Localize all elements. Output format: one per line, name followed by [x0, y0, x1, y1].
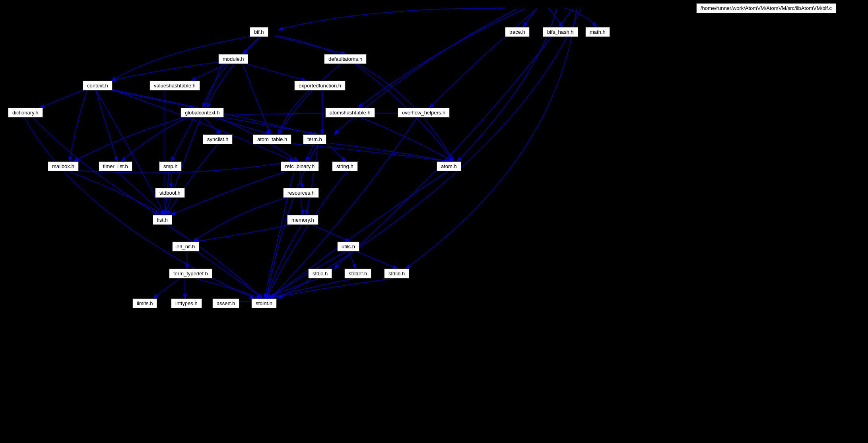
node-inttypes-h: inttypes.h [171, 298, 202, 308]
node-utils-h: utils.h [337, 242, 359, 251]
node-trace-h: trace.h [505, 27, 530, 37]
node-memory-h: memory.h [287, 215, 318, 225]
node-math-h: math.h [585, 27, 610, 37]
node-stdint-h: stdint.h [251, 298, 277, 308]
node-defaultatoms-h: defaultatoms.h [324, 54, 367, 64]
node-bifs-hash-h: bifs_hash.h [543, 27, 578, 37]
node-string-h: string.h [332, 161, 358, 171]
node-list-h: list.h [153, 215, 172, 225]
node-context-h: context.h [83, 81, 113, 91]
node-stddef-h: stddef.h [344, 269, 371, 279]
node-mailbox-h: mailbox.h [48, 161, 79, 171]
node-dictionary-h: dictionary.h [8, 108, 43, 118]
node-erl-nif-h: erl_nif.h [172, 242, 199, 251]
node-overflow-helpers-h: overflow_helpers.h [398, 108, 450, 118]
node-globalcontext-h: globalcontext.h [181, 108, 224, 118]
node-valueshashtable-h: valueshashtable.h [150, 81, 200, 91]
filepath-label: /home/runner/work/AtomVM/AtomVM/src/libA… [696, 3, 836, 13]
node-atomshashtable-h: atomshashtable.h [325, 108, 375, 118]
node-refc-binary-h: refc_binary.h [281, 161, 319, 171]
node-limits-h: limits.h [132, 298, 157, 308]
node-synclist-h: synclist.h [203, 134, 233, 144]
node-stdlib-h: stdlib.h [384, 269, 409, 279]
node-bif-h: bif.h [250, 27, 268, 37]
node-exportedfunction-h: exportedfunction.h [294, 81, 346, 91]
node-term-typedef-h: term_typedef.h [169, 269, 212, 279]
node-stdio-h: stdio.h [308, 269, 332, 279]
node-atom-table-h: atom_table.h [253, 134, 291, 144]
node-stdbool-h: stdbool.h [155, 188, 185, 198]
node-resources-h: resources.h [283, 188, 319, 198]
node-timer-list-h: timer_list.h [99, 161, 132, 171]
node-assert-h: assert.h [212, 298, 239, 308]
node-smp-h: smp.h [159, 161, 182, 171]
node-module-h: module.h [218, 54, 248, 64]
node-term-h: term.h [303, 134, 326, 144]
node-atom-h: atom.h [437, 161, 461, 171]
dependency-graph-edges [0, 0, 868, 443]
